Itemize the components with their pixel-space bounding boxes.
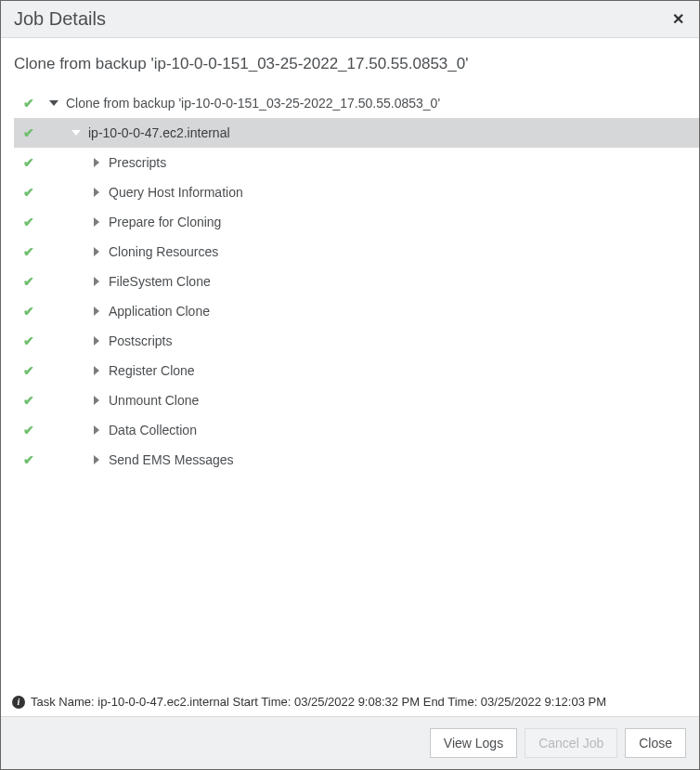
chevron-right-icon [94,247,99,256]
tree-node-step[interactable]: ✔ Send EMS Messages [14,445,699,475]
expand-toggle[interactable] [90,217,103,227]
status-icon-cell: ✔ [19,304,38,319]
check-icon: ✔ [23,452,34,467]
expand-toggle[interactable] [90,277,103,286]
tree-node-label: Data Collection [109,423,197,437]
status-icon-cell: ✔ [19,155,38,170]
statusbar: i Task Name: ip-10-0-0-47.ec2.internal S… [1,686,699,716]
tree-node-label: Cloning Resources [109,244,218,259]
view-logs-button[interactable]: View Logs [430,728,517,758]
chevron-right-icon [94,425,99,435]
expand-toggle[interactable] [70,130,83,136]
tree-node-label: Send EMS Messages [109,452,234,467]
chevron-right-icon [94,336,99,346]
job-details-dialog: Job Details ✕ Clone from backup 'ip-10-0… [1,1,699,769]
status-icon-cell: ✔ [19,185,38,200]
content-area: Clone from backup 'ip-10-0-0-151_03-25-2… [1,38,699,716]
expand-toggle[interactable] [90,425,103,435]
chevron-right-icon [94,188,99,197]
tree-node-step[interactable]: ✔ Prepare for Cloning [14,207,699,237]
check-icon: ✔ [23,185,34,200]
tree-node-host[interactable]: ✔ ip-10-0-0-47.ec2.internal [14,118,699,148]
expand-toggle[interactable] [90,396,103,405]
tree-node-label: Query Host Information [109,185,243,200]
task-tree: ✔ Clone from backup 'ip-10-0-0-151_03-25… [14,88,699,475]
check-icon: ✔ [23,333,34,348]
scroll-region[interactable]: Clone from backup 'ip-10-0-0-151_03-25-2… [1,38,699,686]
tree-node-label: Application Clone [109,304,210,319]
chevron-right-icon [94,366,99,375]
dialog-title: Job Details [14,8,106,30]
tree-node-step[interactable]: ✔ Query Host Information [14,177,699,207]
chevron-down-icon [49,100,58,106]
status-icon-cell: ✔ [19,423,38,437]
check-icon: ✔ [23,274,34,289]
close-icon[interactable]: ✕ [668,10,688,29]
check-icon: ✔ [23,393,34,408]
tree-node-step[interactable]: ✔ Postscripts [14,326,699,356]
cancel-job-button: Cancel Job [525,728,617,758]
tree-node-label: Prescripts [109,155,166,170]
close-button[interactable]: Close [625,728,686,758]
chevron-right-icon [94,277,99,286]
status-icon-cell: ✔ [19,333,38,348]
tree-node-step[interactable]: ✔ Cloning Resources [14,237,699,267]
check-icon: ✔ [23,363,34,378]
titlebar: Job Details ✕ [1,1,699,38]
status-icon-cell: ✔ [19,363,38,378]
tree-node-label: Register Clone [109,363,195,378]
expand-toggle[interactable] [90,366,103,375]
tree-node-step[interactable]: ✔ Data Collection [14,415,699,445]
expand-toggle[interactable] [90,247,103,256]
check-icon: ✔ [23,423,34,437]
status-icon-cell: ✔ [19,452,38,467]
info-icon: i [12,696,25,709]
status-icon-cell: ✔ [19,215,38,229]
status-icon-cell: ✔ [19,244,38,259]
expand-toggle[interactable] [90,158,103,167]
statusbar-text: Task Name: ip-10-0-0-47.ec2.internal Sta… [31,695,606,709]
status-icon-cell: ✔ [19,96,38,111]
status-icon-cell: ✔ [19,274,38,289]
check-icon: ✔ [23,125,34,140]
tree-node-label: Postscripts [109,333,172,348]
tree-node-step[interactable]: ✔ Application Clone [14,296,699,326]
check-icon: ✔ [23,244,34,259]
footer: View Logs Cancel Job Close [1,716,699,769]
status-icon-cell: ✔ [19,125,38,140]
expand-toggle[interactable] [47,100,60,106]
tree-node-label: ip-10-0-0-47.ec2.internal [88,125,230,140]
check-icon: ✔ [23,304,34,319]
check-icon: ✔ [23,155,34,170]
tree-node-step[interactable]: ✔ FileSystem Clone [14,267,699,296]
expand-toggle[interactable] [90,336,103,346]
tree-node-step[interactable]: ✔ Unmount Clone [14,385,699,415]
tree-node-label: Unmount Clone [109,393,199,408]
tree-node-step[interactable]: ✔ Register Clone [14,356,699,385]
chevron-down-icon [71,130,81,136]
tree-node-label: Prepare for Cloning [109,215,221,229]
job-subtitle: Clone from backup 'ip-10-0-0-151_03-25-2… [14,55,699,73]
tree-node-step[interactable]: ✔ Prescripts [14,148,699,177]
expand-toggle[interactable] [90,455,103,464]
chevron-right-icon [94,307,99,316]
status-icon-cell: ✔ [19,393,38,408]
expand-toggle[interactable] [90,307,103,316]
tree-node-root[interactable]: ✔ Clone from backup 'ip-10-0-0-151_03-25… [14,88,699,118]
check-icon: ✔ [23,215,34,229]
chevron-right-icon [94,396,99,405]
chevron-right-icon [94,217,99,227]
check-icon: ✔ [23,96,34,111]
tree-node-label: Clone from backup 'ip-10-0-0-151_03-25-2… [66,96,440,111]
expand-toggle[interactable] [90,188,103,197]
chevron-right-icon [94,158,99,167]
chevron-right-icon [94,455,99,464]
tree-node-label: FileSystem Clone [109,274,211,289]
